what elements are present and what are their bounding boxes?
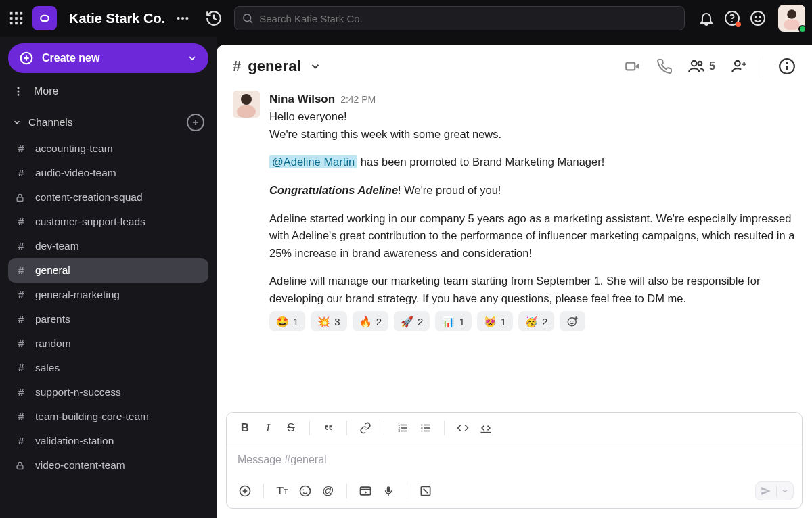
unordered-list-button[interactable] [415,418,436,438]
sidebar-more[interactable]: More [8,73,208,104]
sidebar-channel-audio-video-team[interactable]: #audio-video-team [8,161,208,185]
sidebar-channel-random[interactable]: #random [8,331,208,356]
ordered-list-button[interactable]: 123 [392,418,413,438]
chevron-down-icon [187,53,198,64]
message-time: 2:42 PM [340,93,376,108]
channel-label: general-marketing [35,289,120,301]
svg-text:3: 3 [398,429,400,433]
search-input[interactable] [259,13,677,24]
presence-indicator [798,25,807,33]
sidebar-channel-sales[interactable]: #sales [8,356,208,380]
reaction[interactable]: 😻1 [477,311,513,331]
mention-button[interactable]: @ [318,481,338,501]
shortcuts-button[interactable] [415,481,436,501]
send-icon [760,485,772,497]
code-button[interactable] [453,418,473,438]
svg-rect-44 [237,105,256,118]
quote-button[interactable] [318,418,338,438]
help-icon[interactable] [723,9,742,28]
reaction[interactable]: 🔥2 [353,311,388,331]
attach-button[interactable] [235,481,255,501]
hash-icon: # [15,386,27,398]
strikethrough-button[interactable]: S [281,418,301,438]
sidebar-channel-support-n-success[interactable]: #support-n-success [8,380,208,404]
create-new-label: Create new [42,52,99,64]
mic-button[interactable] [378,481,399,501]
user-avatar[interactable] [778,5,805,32]
svg-point-60 [421,427,422,429]
sidebar-channel-validation-station[interactable]: #validation-station [8,429,208,453]
workspace-more-icon[interactable] [173,9,192,28]
svg-rect-7 [15,22,18,25]
members-count[interactable]: 5 [687,57,715,75]
hash-icon: # [15,289,27,301]
sidebar-channel-video-content-team[interactable]: video-content-team [8,453,208,477]
reaction[interactable]: 🤩1 [269,311,305,331]
svg-rect-69 [361,487,371,495]
send-button[interactable] [755,481,794,500]
sidebar-channel-accounting-team[interactable]: #accounting-team [8,137,208,161]
add-channel-button[interactable] [187,114,204,131]
bold-button[interactable]: B [235,418,255,438]
sidebar: Create new More Channels #accounting-tea… [0,37,217,518]
hash-icon: # [15,216,27,228]
svg-point-11 [181,17,184,20]
reaction[interactable]: 🥳2 [518,311,554,331]
svg-line-14 [250,20,252,22]
svg-rect-4 [15,17,18,20]
svg-point-45 [568,318,577,326]
emoji-button[interactable] [295,481,315,501]
video-clip-button[interactable] [355,481,376,501]
mention[interactable]: @Adeline Martin [269,155,357,168]
code-block-button[interactable] [476,418,496,438]
video-call-icon[interactable] [624,57,641,75]
search-bar[interactable] [234,6,685,30]
create-new-button[interactable]: Create new [8,43,208,73]
channel-title[interactable]: # general [233,57,321,75]
workspace-logo[interactable] [32,6,57,30]
sidebar-channel-dev-team[interactable]: #dev-team [8,234,208,258]
svg-rect-0 [10,12,13,15]
phone-call-icon[interactable] [656,58,673,74]
reactions-row: 🤩1💥3🔥2🚀2📊1😻1🥳2 [269,311,796,331]
reaction-count: 1 [459,314,464,329]
apps-grid-icon[interactable] [7,9,26,28]
channels-section-header[interactable]: Channels [8,104,208,137]
hash-icon: # [15,337,27,350]
svg-point-27 [18,94,20,96]
message-line: We're starting this week with some great… [269,126,796,143]
messages-area: Nina Wilson 2:42 PM Hello everyone! We'r… [217,88,812,405]
text-format-button[interactable]: TT [272,481,292,501]
sidebar-channel-general-marketing[interactable]: #general-marketing [8,283,208,307]
reaction[interactable]: 💥3 [311,311,346,331]
hash-icon: # [15,362,27,374]
reaction-emoji: 🔥 [359,314,372,329]
reaction-count: 3 [334,314,340,329]
reaction[interactable]: 📊1 [435,311,471,331]
message-author[interactable]: Nina Wilson [269,91,335,108]
search-icon [242,12,254,24]
svg-point-61 [421,430,422,431]
add-member-icon[interactable] [730,57,748,75]
sidebar-channel-general[interactable]: #general [8,258,208,283]
add-reaction-button[interactable] [560,311,585,331]
svg-rect-32 [626,63,635,70]
composer-input[interactable]: Message #general [227,444,802,475]
sidebar-channel-customer-support-leads[interactable]: #customer-support-leads [8,210,208,234]
channel-label: content-creation-squad [35,191,143,204]
svg-point-19 [759,16,761,18]
notifications-icon[interactable] [697,9,716,28]
italic-button[interactable]: I [258,418,278,438]
reaction[interactable]: 🚀2 [394,311,430,331]
sidebar-channel-parents[interactable]: #parents [8,307,208,331]
svg-point-34 [692,61,697,66]
message-avatar[interactable] [233,91,260,118]
history-icon[interactable] [204,9,223,28]
sidebar-channel-team-building-core-team[interactable]: #team-building-core-team [8,404,208,429]
emoji-icon[interactable] [748,9,767,28]
info-icon[interactable] [778,57,796,75]
sidebar-channel-content-creation-squad[interactable]: content-creation-squad [8,185,208,210]
workspace-name[interactable]: Katie Stark Co. [69,11,165,26]
svg-point-12 [186,17,189,20]
link-button[interactable] [355,418,376,438]
